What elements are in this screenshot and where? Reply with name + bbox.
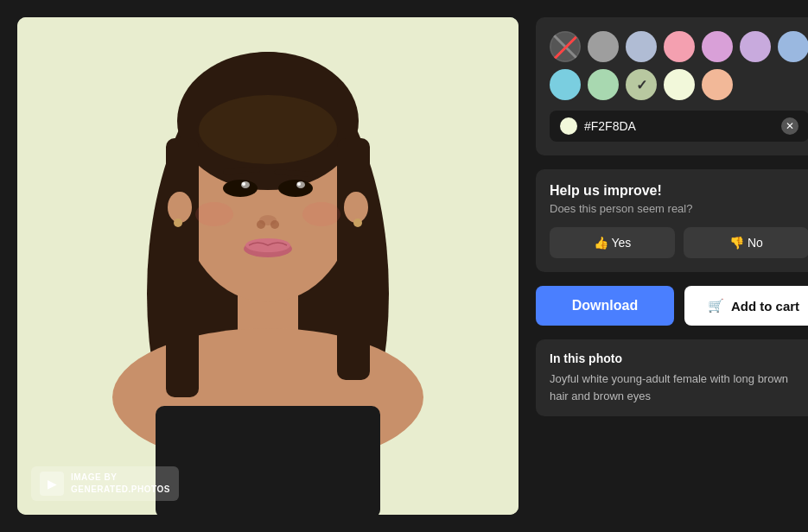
svg-point-23 — [195, 202, 233, 226]
main-container: ▶ IMAGE BY GENERATED.PHOTOS — [0, 0, 808, 532]
right-panel: ✕ Help us improve! Does this person seem… — [536, 17, 808, 515]
feedback-section: Help us improve! Does this person seem r… — [536, 169, 808, 272]
download-button[interactable]: Download — [536, 286, 674, 326]
color-section: ✕ — [536, 17, 808, 155]
color-swatch-sky-blue[interactable] — [550, 69, 581, 100]
svg-point-24 — [302, 202, 340, 226]
color-swatch-lavender[interactable] — [702, 31, 733, 62]
color-swatch-blue-gray[interactable] — [626, 31, 657, 62]
color-swatch-gray[interactable] — [588, 31, 619, 62]
color-swatch-pink[interactable] — [664, 31, 695, 62]
cart-icon: 🛒 — [708, 298, 724, 314]
svg-point-13 — [278, 180, 313, 197]
svg-point-12 — [223, 180, 258, 197]
color-swatch-none[interactable] — [550, 31, 581, 62]
svg-point-26 — [344, 192, 368, 223]
watermark-icon: ▶ — [40, 472, 64, 496]
description-text: Joyful white young-adult female with lon… — [550, 370, 808, 404]
watermark: ▶ IMAGE BY GENERATED.PHOTOS — [31, 466, 179, 501]
color-clear-button[interactable]: ✕ — [781, 117, 798, 135]
svg-point-17 — [297, 182, 301, 186]
svg-rect-7 — [166, 138, 199, 397]
svg-point-19 — [257, 220, 265, 229]
description-label: In this photo — [550, 352, 808, 365]
feedback-title: Help us improve! — [550, 183, 808, 199]
photo-panel: ▶ IMAGE BY GENERATED.PHOTOS — [17, 17, 519, 515]
svg-point-9 — [199, 95, 337, 164]
color-swatch-olive[interactable] — [626, 69, 657, 100]
svg-rect-4 — [156, 406, 380, 515]
color-swatch-light-purple[interactable] — [740, 31, 771, 62]
svg-point-25 — [168, 192, 192, 223]
color-input-row: ✕ — [550, 111, 808, 142]
no-button[interactable]: 👎 No — [684, 227, 808, 258]
color-swatch-mint[interactable] — [588, 69, 619, 100]
color-grid — [550, 31, 808, 100]
feedback-question: Does this person seem real? — [550, 202, 808, 215]
svg-point-28 — [353, 218, 362, 227]
add-to-cart-button[interactable]: 🛒 Add to cart — [684, 286, 808, 326]
description-section: In this photo Joyful white young-adult f… — [536, 339, 808, 416]
color-hex-input[interactable] — [584, 119, 774, 133]
color-preview-dot — [560, 117, 577, 135]
svg-rect-8 — [337, 138, 370, 380]
feedback-buttons: 👍 Yes 👎 No — [550, 227, 808, 258]
svg-point-20 — [270, 220, 279, 229]
watermark-text: IMAGE BY GENERATED.PHOTOS — [71, 472, 170, 496]
action-buttons: Download 🛒 Add to cart — [536, 286, 808, 326]
color-swatch-light-blue[interactable] — [778, 31, 808, 62]
svg-point-27 — [174, 218, 182, 227]
cart-label: Add to cart — [731, 299, 799, 314]
color-swatch-peach[interactable] — [702, 69, 733, 100]
portrait-image — [17, 17, 519, 515]
yes-button[interactable]: 👍 Yes — [550, 227, 675, 258]
color-swatch-cream[interactable] — [664, 69, 695, 100]
svg-point-16 — [242, 182, 245, 186]
